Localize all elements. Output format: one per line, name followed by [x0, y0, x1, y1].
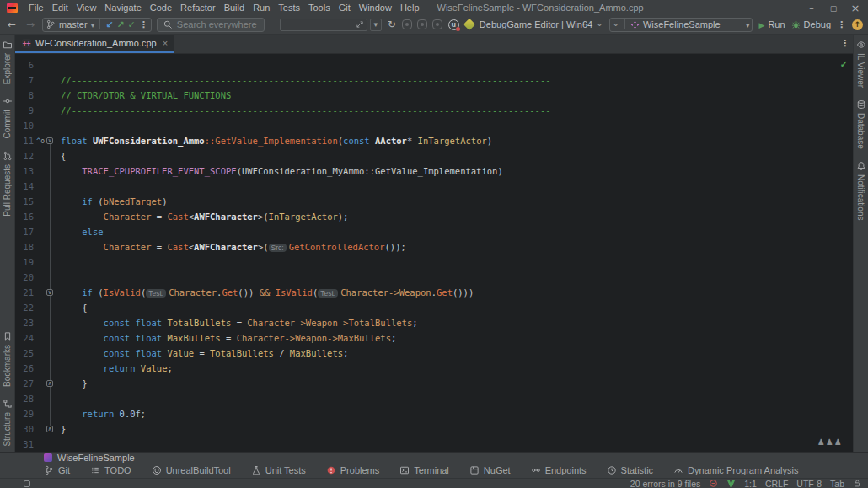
menu-item-file[interactable]: File — [24, 2, 48, 13]
toolwindow-endpoints[interactable]: Endpoints — [531, 465, 587, 475]
minimize-button[interactable] — [802, 3, 821, 13]
toolwindow-nuget[interactable]: NuGet — [469, 465, 511, 475]
riderlink-icon[interactable] — [463, 19, 475, 30]
update-project-button[interactable] — [105, 19, 113, 30]
device-dropdown-button[interactable] — [370, 19, 382, 31]
code-line[interactable]: 26 return Value; — [15, 361, 853, 376]
overrides-gutter-icon[interactable]: ^o — [35, 137, 46, 145]
commit-button[interactable] — [128, 19, 136, 30]
readonly-lock-icon[interactable] — [853, 479, 861, 488]
forward-button[interactable] — [24, 19, 37, 30]
back-button[interactable] — [5, 19, 19, 30]
menu-item-navigate[interactable]: Navigate — [100, 2, 145, 13]
breadcrumb-item[interactable]: WiseFelineSample — [57, 453, 135, 463]
menu-item-code[interactable]: Code — [146, 2, 176, 13]
stripe-item-structure[interactable]: Structure — [3, 399, 13, 447]
stripe-item-il-viewer[interactable]: IL Viewer — [856, 40, 866, 88]
fold-end-icon[interactable]: ∧ — [46, 426, 53, 432]
debug-button[interactable]: Debug — [791, 19, 831, 29]
toolbar-more-button[interactable] — [837, 19, 846, 30]
editor-tab[interactable]: ++ WFConsideration_Ammo.cpp × — [15, 35, 174, 53]
code-line[interactable]: 6 — [15, 57, 853, 72]
toolwindow-unit-tests[interactable]: Unit Tests — [251, 465, 306, 475]
menu-item-tests[interactable]: Tests — [274, 2, 304, 13]
solution-analysis-icon[interactable] — [726, 479, 736, 488]
inspections-ok-icon[interactable]: ✓ — [840, 59, 848, 70]
code-line[interactable]: 7//-------------------------------------… — [15, 72, 853, 88]
code-line[interactable]: 23 const float TotalBullets = Character-… — [15, 315, 853, 330]
error-summary[interactable]: 20 errors in 9 files — [630, 479, 700, 488]
menu-item-run[interactable]: Run — [249, 2, 274, 13]
build-configuration-selector[interactable]: DebugGame Editor | Win64 — [480, 19, 603, 29]
fold-start-icon[interactable]: ∨ — [46, 137, 53, 144]
code-line[interactable]: 21∨ if (IsValid(Test:Character.Get()) &&… — [15, 285, 853, 300]
menu-item-window[interactable]: Window — [355, 2, 396, 13]
code-vision-users-icon[interactable] — [817, 437, 843, 447]
code-line[interactable]: 27∧ } — [15, 376, 853, 391]
code-line[interactable]: 31 — [15, 437, 853, 452]
push-button[interactable] — [116, 19, 124, 30]
caret-position[interactable]: 1:1 — [744, 479, 757, 488]
menu-item-view[interactable]: View — [72, 2, 101, 13]
tab-options-button[interactable] — [840, 38, 849, 49]
menu-item-tools[interactable]: Tools — [304, 2, 335, 13]
code-line[interactable]: 8// CTOR/DTOR & VIRTUAL FUNCTIONS — [15, 88, 853, 103]
device-combo[interactable] — [280, 19, 367, 31]
stripe-item-pull-requests[interactable]: Pull Requests — [3, 151, 13, 217]
maximize-button[interactable] — [824, 3, 843, 13]
close-button[interactable] — [846, 2, 865, 14]
fold-start-icon[interactable]: ∨ — [46, 289, 53, 296]
code-line[interactable]: 28 — [15, 391, 853, 406]
stripe-item-commit[interactable]: Commit — [3, 96, 13, 138]
code-line[interactable]: 13 TRACE_CPUPROFILER_EVENT_SCOPE(UWFCons… — [15, 164, 853, 179]
file-encoding[interactable]: UTF-8 — [796, 479, 822, 488]
code-line[interactable]: 24 const float MaxBullets = Character->W… — [15, 330, 853, 346]
toolwindow-dynamic-program-analysis[interactable]: Dynamic Program Analysis — [673, 465, 798, 475]
code-line[interactable]: 19 — [15, 255, 853, 270]
search-everywhere[interactable]: Search everywhere — [157, 18, 265, 32]
stripe-item-bookmarks[interactable]: Bookmarks — [3, 331, 13, 387]
vcs-more-button[interactable] — [139, 19, 148, 30]
toolwindow-todo[interactable]: TODO — [90, 465, 131, 475]
toolwindow-statistic[interactable]: Statistic — [607, 465, 654, 475]
update-available-icon[interactable] — [852, 19, 863, 30]
run-config-dropdown-icon[interactable] — [746, 19, 750, 29]
stripe-item-database[interactable]: Database — [856, 99, 866, 149]
toolwindow-unrealbuildtool[interactable]: UnrealBuildTool — [152, 465, 231, 475]
code-line[interactable]: 14 — [15, 179, 853, 194]
code-line[interactable]: 12{ — [15, 148, 853, 164]
menu-item-build[interactable]: Build — [220, 2, 249, 13]
code-line[interactable]: 9//-------------------------------------… — [15, 103, 853, 118]
code-line[interactable]: 15 if (bNeedTarget) — [15, 194, 853, 209]
code-line[interactable]: 10 — [15, 118, 853, 133]
refresh-projects-button[interactable] — [388, 19, 396, 30]
menu-item-refactor[interactable]: Refactor — [176, 2, 220, 13]
menu-item-edit[interactable]: Edit — [48, 2, 72, 13]
code-line[interactable]: 30∧} — [15, 421, 853, 437]
indent-style[interactable]: Tab — [830, 479, 844, 488]
tab-close-icon[interactable]: × — [163, 38, 168, 48]
code-line[interactable]: 17 else — [15, 224, 853, 239]
unreal-engine-icon[interactable]: u — [448, 19, 459, 30]
run-button[interactable]: Run — [758, 19, 785, 29]
tool-window-quick-access-icon[interactable] — [24, 480, 30, 487]
code-editor[interactable]: 67//------------------------------------… — [15, 54, 853, 452]
stripe-item-explorer[interactable]: Explorer — [3, 40, 13, 84]
menu-item-help[interactable]: Help — [396, 2, 424, 13]
code-line[interactable]: 25 const float Value = TotalBullets / Ma… — [15, 346, 853, 361]
code-line[interactable]: 29 return 0.0f; — [15, 406, 853, 421]
run-config-name[interactable]: WiseFelineSample — [643, 19, 742, 29]
code-line[interactable]: 16 Character = Cast<AWFCharacter>(InTarg… — [15, 209, 853, 224]
toolwindow-problems[interactable]: Problems — [326, 465, 379, 475]
stripe-item-notifications[interactable]: Notifications — [856, 161, 866, 220]
line-separator[interactable]: CRLF — [765, 479, 788, 488]
branch-name[interactable]: master — [59, 19, 88, 29]
fold-end-icon[interactable]: ∧ — [46, 380, 53, 387]
menu-item-git[interactable]: Git — [335, 2, 355, 13]
code-line[interactable]: 20 — [15, 270, 853, 285]
branch-dropdown-icon[interactable] — [91, 19, 95, 29]
toolwindow-terminal[interactable]: Terminal — [399, 465, 449, 475]
code-line[interactable]: 22 { — [15, 300, 853, 315]
code-line[interactable]: 11^o∨float UWFConsideration_Ammo::GetVal… — [15, 133, 853, 148]
code-line[interactable]: 18 Character = Cast<AWFCharacter>(Src:Ge… — [15, 239, 853, 255]
